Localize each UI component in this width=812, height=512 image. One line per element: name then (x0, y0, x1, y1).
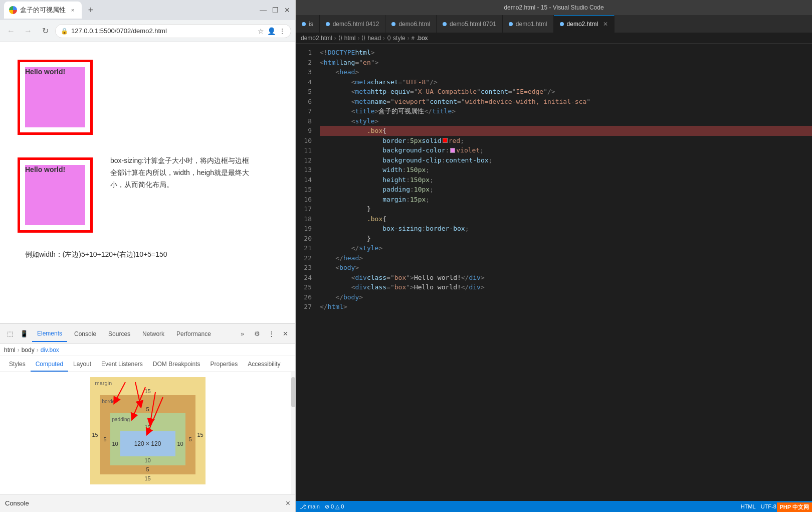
status-lang: HTML (741, 503, 756, 509)
vsc-tab-label: demo5.html 0412 (333, 21, 379, 28)
dt-kebab-button[interactable]: ⋮ (265, 328, 277, 340)
subtab-accessibility[interactable]: Accessibility (243, 358, 285, 372)
dt-settings-button[interactable]: ⚙ (251, 328, 263, 340)
code-line-26: </body> (320, 292, 812, 302)
profile-icon[interactable]: 👤 (267, 27, 276, 35)
box-description: box-sizing:计算盒子大小时，将内边框与边框全部计算在内所以，width… (110, 155, 251, 191)
vsbc-box-icon: # (412, 35, 415, 41)
devtools-breadcrumb: html › body › div.box (0, 344, 295, 356)
bm-margin-label: margin (92, 379, 115, 387)
code-line-17: } (320, 204, 812, 214)
new-tab-button[interactable]: + (84, 3, 98, 17)
code-line-8: <style> (320, 116, 812, 126)
page-content: Hello world! Hello world! box-sizing:计算盒… (0, 42, 295, 323)
vsc-tab-is[interactable]: is (296, 15, 320, 33)
tab-bar: 盒子的可视属性 × + — ❐ ✕ (0, 0, 295, 20)
code-line-27: </html> (320, 302, 812, 312)
vsc-tab-dot (326, 22, 330, 26)
code-line-10: border: 5px solid red; (320, 136, 812, 146)
url-bar[interactable]: 🔒 127.0.0.1:5500/0702/demo2.html ☆ 👤 ⋮ (55, 24, 291, 38)
bm-margin-right-val: 15 (195, 432, 206, 438)
bm-content-size: 120 × 120 (134, 440, 161, 447)
subtab-styles[interactable]: Styles (4, 358, 31, 372)
minimize-button[interactable]: — (259, 6, 267, 14)
vsc-tab-dot (560, 22, 564, 26)
bm-border-top-val: 5 (100, 405, 195, 413)
bookmark-icon[interactable]: ☆ (258, 27, 264, 35)
console-bar: Console × (0, 494, 295, 512)
vsc-tab-demo5-0701[interactable]: demo5.html 0701 (437, 15, 503, 33)
vsc-tab-demo6[interactable]: demo6.html (385, 15, 437, 33)
dt-tab-more[interactable]: » (236, 326, 249, 342)
subtab-event-listeners[interactable]: Event Listeners (96, 358, 148, 372)
bm-margin-row: 15 border 5 5 padding 10 (90, 395, 206, 474)
subtab-layout[interactable]: Layout (68, 358, 96, 372)
vsc-tab-label: demo5.html 0701 (450, 21, 496, 28)
dt-inspect-button[interactable]: ⬚ (4, 328, 16, 340)
bm-padding-top-val: 10 (110, 423, 185, 431)
vsc-tab-demo1[interactable]: demo1.html (503, 15, 554, 33)
bc-body[interactable]: body (22, 347, 35, 354)
vsbc-head[interactable]: head (367, 35, 381, 42)
bc-div-box[interactable]: div.box (41, 347, 59, 354)
bm-border-label: border (100, 398, 119, 405)
vscode-tabs: is demo5.html 0412 demo6.html demo5.html… (296, 15, 812, 33)
code-line-22: </head> (320, 253, 812, 263)
formula-text: 例如width：(左边)5+10+120+(右边)10+5=150 (25, 250, 285, 259)
back-button[interactable]: ← (4, 24, 18, 38)
vsbc-box[interactable]: .box (417, 35, 428, 42)
vsbc-html[interactable]: html (344, 35, 356, 42)
code-line-25: <div class="box">Hello world!</div> (320, 282, 812, 292)
subtab-computed[interactable]: Computed (31, 358, 68, 372)
bm-border-box: border 5 5 padding 10 10 (100, 395, 195, 474)
tab-favicon (9, 6, 17, 14)
browser-pane: 盒子的可视属性 × + — ❐ ✕ ← → ↻ 🔒 127.0.0.1:5500… (0, 0, 296, 512)
bm-border-right-val: 5 (185, 436, 195, 442)
console-close-button[interactable]: × (286, 499, 290, 508)
devtools-toolbar: ⬚ 📱 Elements Console Sources Network Per… (0, 324, 295, 344)
dt-tab-sources[interactable]: Sources (103, 326, 135, 342)
vsbc-style-icon: ⟨⟩ (387, 35, 391, 41)
dt-tab-network[interactable]: Network (137, 326, 169, 342)
bm-margin-bottom-val: 15 (90, 474, 206, 482)
devtools-panel: ⬚ 📱 Elements Console Sources Network Per… (0, 323, 295, 494)
code-line-9: .box { (320, 126, 812, 136)
box-model-diagram: margin 15 15 border 5 5 (0, 372, 295, 489)
close-button[interactable]: ✕ (283, 6, 291, 14)
maximize-button[interactable]: ❐ (271, 6, 279, 14)
code-area[interactable]: <!DOCTYPE html> <html lang="en"> <head> … (316, 44, 812, 501)
code-line-12: background-clip: content-box; (320, 155, 812, 165)
code-line-1: <!DOCTYPE html> (320, 48, 812, 58)
bm-padding-label: padding (110, 416, 132, 423)
subtab-properties[interactable]: Properties (206, 358, 243, 372)
box2-label: Hello world! (25, 165, 65, 174)
bm-border-left-val: 5 (100, 436, 110, 442)
vscode-breadcrumb: demo2.html › ⟨⟩ html › ⟨⟩ head › ⟨⟩ styl… (296, 33, 812, 44)
dt-tab-performance[interactable]: Performance (171, 326, 216, 342)
dt-tab-elements[interactable]: Elements (32, 326, 67, 342)
bm-padding-left-val: 10 (110, 441, 120, 447)
vsc-tab-demo2[interactable]: demo2.html ✕ (554, 15, 615, 33)
dt-device-button[interactable]: 📱 (18, 328, 30, 340)
vsbc-style[interactable]: style (393, 35, 405, 42)
url-text: 127.0.0.1:5500/0702/demo2.html (71, 27, 255, 35)
dt-close-button[interactable]: ✕ (279, 328, 291, 340)
dt-tab-console[interactable]: Console (69, 326, 101, 342)
tab-title: 盒子的可视属性 (20, 6, 66, 15)
code-line-11: background-color: violet; (320, 145, 812, 155)
subtab-dom-breakpoints[interactable]: DOM Breakpoints (148, 358, 206, 372)
vsbc-demo2[interactable]: demo2.html (301, 35, 332, 42)
forward-button[interactable]: → (21, 24, 35, 38)
menu-icon[interactable]: ⋮ (279, 27, 286, 35)
vsc-tab-demo5-0412[interactable]: demo5.html 0412 (320, 15, 386, 33)
active-tab[interactable]: 盒子的可视属性 × (4, 2, 82, 19)
box1-label: Hello world! (25, 68, 65, 76)
vsc-tab-close[interactable]: ✕ (603, 21, 608, 28)
bc-html[interactable]: html (4, 347, 16, 354)
console-tab[interactable]: Console (5, 499, 29, 507)
code-line-18: .box { (320, 214, 812, 224)
tab-close-button[interactable]: × (69, 6, 77, 14)
bm-margin-box: margin 15 15 border 5 5 (90, 377, 206, 484)
php-badge: PHP 中文网 (777, 502, 812, 512)
refresh-button[interactable]: ↻ (38, 24, 52, 38)
